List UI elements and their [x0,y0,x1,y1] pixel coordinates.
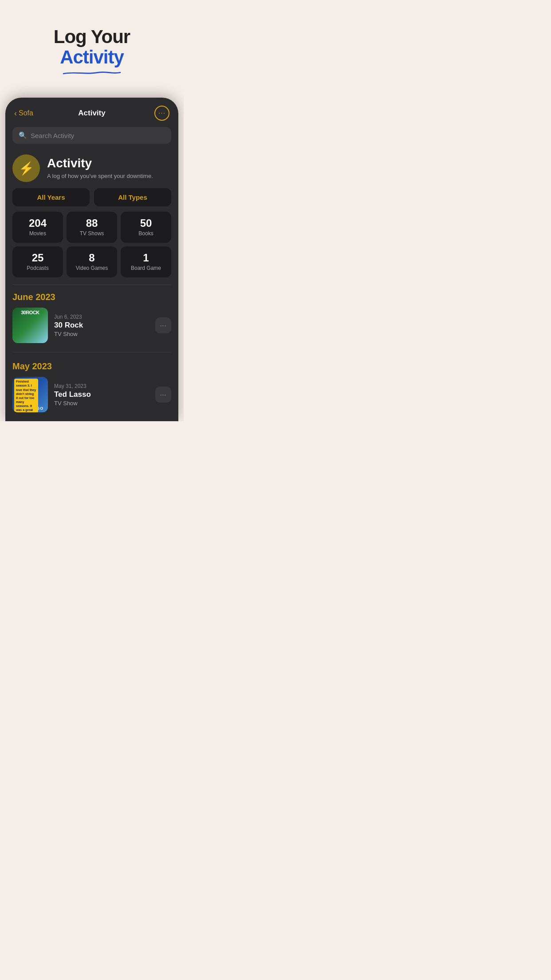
activity-info-30rock: Jun 6, 2023 30 Rock TV Show [54,314,149,337]
bolt-icon: ⚡ [19,161,34,176]
activity-header: ⚡ Activity A log of how you've spent you… [5,150,178,188]
more-options-button[interactable]: ··· [154,106,169,121]
phone-mockup: ‹ Sofa Activity ··· 🔍 Search Activity ⚡ … [5,98,178,421]
stat-cell-video-games[interactable]: 8Video Games [67,246,117,277]
stats-grid: 204Movies88TV Shows50Books25Podcasts8Vid… [5,212,178,285]
hero-section: Log Your Activity [0,0,184,89]
stat-label: Board Game [125,265,167,271]
activity-info-ted-lasso: May 31, 2023 Ted Lasso TV Show [54,383,149,407]
thumbnail-30rock: 30ROCK [12,308,48,343]
ellipsis-icon-ted: ··· [160,391,167,398]
stat-cell-movies[interactable]: 204Movies [12,212,63,243]
search-bar[interactable]: 🔍 Search Activity [12,127,171,144]
item-more-button-ted-lasso[interactable]: ··· [155,387,171,403]
stat-label: Podcasts [17,265,59,271]
stat-number: 8 [71,253,113,263]
stat-cell-books[interactable]: 50Books [121,212,171,243]
stat-label: Video Games [71,265,113,271]
hero-line1: Log Your [54,27,130,47]
stat-number: 88 [71,218,113,229]
activity-type: TV Show [54,331,149,337]
filter-row: All Years All Types [5,188,178,212]
all-types-filter[interactable]: All Types [94,188,171,206]
activity-show-title: 30 Rock [54,321,149,330]
ellipsis-icon: ··· [160,322,167,329]
activity-show-title-ted-lasso: Ted Lasso [54,390,149,399]
activity-date-ted-lasso: May 31, 2023 [54,383,149,389]
stat-label: TV Shows [71,230,113,237]
stat-cell-board-game[interactable]: 1Board Game [121,246,171,277]
stat-number: 204 [17,218,59,229]
thumbnail-ted-lasso: Finished season 3. I love that they didn… [12,377,48,412]
chevron-left-icon: ‹ [14,109,17,118]
item-more-button[interactable]: ··· [155,317,171,333]
activity-date: Jun 6, 2023 [54,314,149,320]
stat-label: Movies [17,230,59,237]
activity-icon: ⚡ [12,154,40,182]
stat-cell-tv-shows[interactable]: 88TV Shows [67,212,117,243]
activity-subtitle: A log of how you've spent your downtime. [47,172,153,180]
ted-lasso-badge: Finished season 3. I love that they didn… [14,379,38,412]
search-icon: 🔍 [19,131,27,139]
ellipsis-icon: ··· [158,109,165,117]
nav-title: Activity [78,109,105,118]
activity-text: Activity A log of how you've spent your … [47,157,153,180]
nav-bar: ‹ Sofa Activity ··· [5,98,178,125]
activity-item-30rock[interactable]: 30ROCK Jun 6, 2023 30 Rock TV Show ··· [5,308,178,352]
stat-number: 1 [125,253,167,263]
section-header-june: June 2023 [5,292,178,308]
stat-cell-podcasts[interactable]: 25Podcasts [12,246,63,277]
activity-item-ted-lasso[interactable]: Finished season 3. I love that they didn… [5,377,178,421]
divider [12,285,171,285]
activity-title: Activity [47,157,153,170]
all-years-filter[interactable]: All Years [12,188,90,206]
stat-label: Books [125,230,167,237]
hero-underline [47,70,136,75]
hero-line2: Activity [60,47,124,67]
back-button[interactable]: ‹ Sofa [14,109,33,118]
activity-type-ted-lasso: TV Show [54,400,149,407]
stat-number: 25 [17,253,59,263]
search-placeholder: Search Activity [31,132,74,139]
divider2 [12,352,171,352]
stat-number: 50 [125,218,167,229]
back-label: Sofa [19,109,33,117]
30rock-thumb-text: 30ROCK [21,310,39,315]
section-header-may: May 2023 [5,360,178,377]
